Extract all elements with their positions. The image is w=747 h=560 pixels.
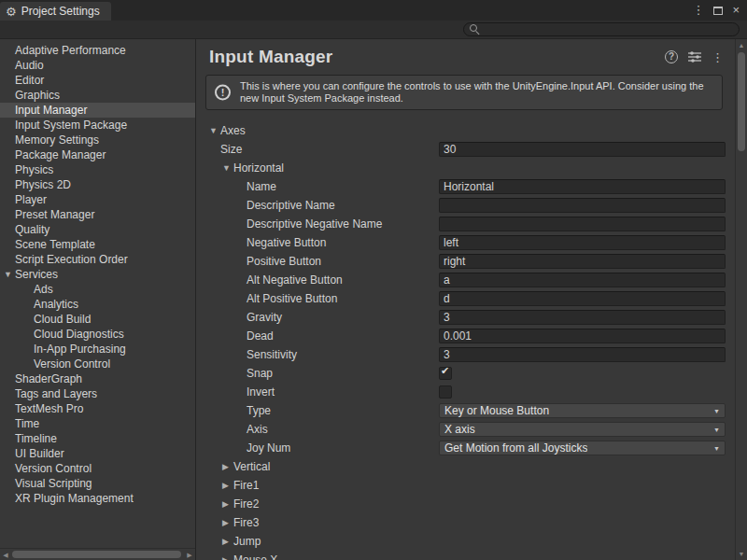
- help-icon[interactable]: ?: [665, 50, 678, 63]
- property-name: Vertical: [233, 460, 270, 473]
- property-name: Sensitivity: [247, 348, 297, 361]
- sidebar-item-package-manager[interactable]: Package Manager: [0, 147, 195, 162]
- text-field-alt-negative-button[interactable]: [439, 273, 726, 287]
- sidebar-item-label: Cloud Diagnostics: [34, 327, 124, 342]
- text-field-name[interactable]: [439, 179, 726, 194]
- sidebar-item-input-system-package[interactable]: Input System Package: [0, 118, 195, 133]
- scroll-left-icon[interactable]: ◀: [0, 549, 11, 560]
- foldout-open-icon[interactable]: ▼: [4, 267, 15, 282]
- vertical-scrollbar[interactable]: ▲ ▼: [735, 39, 747, 560]
- sidebar-item-time[interactable]: Time: [0, 416, 195, 431]
- vertical-scrollbar-thumb[interactable]: [738, 52, 745, 151]
- sidebar-item-tags-and-layers[interactable]: Tags and Layers: [0, 386, 195, 401]
- scroll-up-icon[interactable]: ▲: [736, 42, 747, 49]
- dropdown-axis[interactable]: X axis▼: [439, 422, 726, 437]
- foldout-header-fire3[interactable]: ▶Fire3: [196, 513, 439, 532]
- window-menu-button[interactable]: ⋮: [692, 0, 704, 21]
- sidebar-item-graphics[interactable]: Graphics: [0, 88, 195, 103]
- dropdown-value: Key or Mouse Button: [444, 404, 549, 417]
- foldout-closed-icon[interactable]: ▶: [222, 457, 233, 476]
- text-field-dead[interactable]: [439, 329, 726, 343]
- foldout-closed-icon[interactable]: ▶: [222, 476, 233, 495]
- search-box[interactable]: [463, 22, 740, 36]
- sidebar-item-script-execution-order[interactable]: Script Execution Order: [0, 252, 195, 267]
- sidebar-item-label: In-App Purchasing: [34, 342, 126, 357]
- dropdown-type[interactable]: Key or Mouse Button▼: [439, 403, 726, 418]
- foldout-header-fire2[interactable]: ▶Fire2: [196, 495, 439, 513]
- property-row: Sensitivity: [196, 345, 735, 364]
- sidebar-item-scene-template[interactable]: Scene Template: [0, 237, 195, 252]
- horizontal-scrollbar-thumb[interactable]: [12, 551, 181, 558]
- close-button[interactable]: ×: [732, 0, 740, 21]
- sidebar-item-visual-scripting[interactable]: Visual Scripting: [0, 476, 195, 491]
- property-name: Size: [220, 143, 242, 156]
- foldout-closed-icon[interactable]: ▶: [222, 532, 233, 551]
- sidebar-item-label: Version Control: [34, 357, 110, 371]
- sidebar-item-physics[interactable]: Physics: [0, 162, 195, 177]
- sidebar-item-ui-builder[interactable]: UI Builder: [0, 446, 195, 461]
- sidebar-item-version-control[interactable]: Version Control: [0, 357, 195, 371]
- foldout-header-mouse-x[interactable]: ▶Mouse X: [196, 551, 439, 560]
- sidebar-item-audio[interactable]: Audio: [0, 58, 195, 73]
- foldout-closed-icon[interactable]: ▶: [222, 551, 233, 560]
- text-field-gravity[interactable]: [439, 310, 726, 325]
- sidebar-item-editor[interactable]: Editor: [0, 73, 195, 88]
- text-field-negative-button[interactable]: [439, 235, 726, 250]
- more-options-icon[interactable]: ⋮: [712, 51, 724, 63]
- dropdown-arrow-icon: ▼: [713, 408, 720, 414]
- sidebar-item-cloud-build[interactable]: Cloud Build: [0, 312, 195, 327]
- sidebar-item-input-manager[interactable]: Input Manager: [0, 103, 195, 118]
- dropdown-arrow-icon: ▼: [713, 427, 720, 433]
- sidebar-item-label: Input Manager: [15, 103, 87, 118]
- sidebar-item-player[interactable]: Player: [0, 192, 195, 207]
- property-row: TypeKey or Mouse Button▼: [196, 401, 735, 420]
- tab-project-settings[interactable]: ⚙ Project Settings: [0, 2, 111, 21]
- sidebar-item-services[interactable]: ▼Services: [0, 267, 195, 282]
- sidebar-item-analytics[interactable]: Analytics: [0, 297, 195, 312]
- sidebar-item-version-control[interactable]: Version Control: [0, 461, 195, 476]
- text-field-size[interactable]: [439, 142, 726, 157]
- field-area: [439, 291, 726, 306]
- sidebar-horizontal-scrollbar[interactable]: ◀ ▶: [0, 548, 195, 560]
- sidebar-item-in-app-purchasing[interactable]: In-App Purchasing: [0, 342, 195, 357]
- foldout-closed-icon[interactable]: ▶: [222, 513, 233, 532]
- sidebar-item-physics-2d[interactable]: Physics 2D: [0, 177, 195, 192]
- sidebar-item-ads[interactable]: Ads: [0, 282, 195, 297]
- sidebar-item-shadergraph[interactable]: ShaderGraph: [0, 371, 195, 386]
- sidebar-item-memory-settings[interactable]: Memory Settings: [0, 133, 195, 147]
- check-icon: ✔: [441, 365, 449, 377]
- property-name: Alt Negative Button: [247, 273, 343, 287]
- foldout-header-horizontal[interactable]: ▼Horizontal: [196, 159, 439, 177]
- sidebar-item-cloud-diagnostics[interactable]: Cloud Diagnostics: [0, 327, 195, 342]
- foldout-header-vertical[interactable]: ▶Vertical: [196, 457, 439, 476]
- property-label: Name: [196, 180, 439, 193]
- sidebar-item-xr-plugin-management[interactable]: XR Plugin Management: [0, 491, 195, 506]
- foldout-header-fire1[interactable]: ▶Fire1: [196, 476, 439, 495]
- checkbox-invert[interactable]: [439, 385, 452, 399]
- foldout-open-icon[interactable]: ▼: [209, 121, 220, 140]
- checkbox-snap[interactable]: ✔: [439, 367, 452, 380]
- sidebar-item-adaptive-performance[interactable]: Adaptive Performance: [0, 43, 195, 58]
- maximize-button[interactable]: [713, 7, 723, 15]
- foldout-open-icon[interactable]: ▼: [222, 159, 233, 177]
- field-area: [439, 198, 726, 213]
- property-name: Descriptive Negative Name: [247, 217, 382, 231]
- scroll-right-icon[interactable]: ▶: [184, 549, 195, 560]
- text-field-positive-button[interactable]: [439, 254, 726, 269]
- dropdown-joy-num[interactable]: Get Motion from all Joysticks▼: [439, 441, 726, 455]
- sidebar-item-quality[interactable]: Quality: [0, 222, 195, 237]
- text-field-alt-positive-button[interactable]: [439, 291, 726, 306]
- text-field-sensitivity[interactable]: [439, 347, 726, 362]
- search-input[interactable]: [485, 23, 733, 35]
- sidebar-item-preset-manager[interactable]: Preset Manager: [0, 207, 195, 222]
- window-body: Adaptive PerformanceAudioEditorGraphicsI…: [0, 39, 747, 560]
- foldout-header-jump[interactable]: ▶Jump: [196, 532, 439, 551]
- foldout-header-axes[interactable]: ▼Axes: [196, 121, 439, 140]
- foldout-closed-icon[interactable]: ▶: [222, 495, 233, 513]
- text-field-descriptive-name[interactable]: [439, 198, 726, 213]
- sidebar-item-timeline[interactable]: Timeline: [0, 431, 195, 446]
- presets-icon[interactable]: [688, 51, 701, 63]
- text-field-descriptive-negative-name[interactable]: [439, 217, 726, 231]
- scroll-down-icon[interactable]: ▼: [736, 551, 747, 557]
- sidebar-item-textmesh-pro[interactable]: TextMesh Pro: [0, 401, 195, 416]
